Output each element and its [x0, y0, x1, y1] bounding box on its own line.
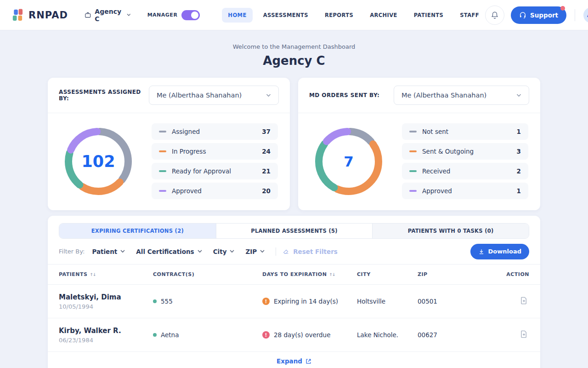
eraser-icon	[283, 248, 289, 255]
column-zip: ZIP	[418, 271, 473, 277]
md-orders-card: MD ORDERS SENT BY: Me (Alberthaa Shanaha…	[298, 78, 540, 210]
zip-cell: 00627	[418, 331, 473, 339]
legend-item: In Progress 24	[152, 143, 278, 160]
nav-home[interactable]: HOME	[222, 8, 252, 23]
patient-dob: 10/05/1994	[59, 303, 153, 310]
nav-assessments[interactable]: ASSESSMENTS	[257, 8, 314, 23]
column-city: CITY	[357, 271, 418, 277]
nav-archive[interactable]: ARCHIVE	[364, 8, 403, 23]
welcome-block: Welcome to the Management Dashboard Agen…	[0, 30, 588, 68]
table-tabs: EXPIRING CERTIFICATIONS (2) PLANNED ASSE…	[59, 223, 529, 239]
card-header: ASSESSMENTS ASSIGNED BY: Me (Alberthaa S…	[48, 78, 290, 113]
legend-swatch	[409, 131, 417, 132]
card-label: MD ORDERS SENT BY:	[309, 92, 379, 98]
top-bar: RNPAD Agency C MANAGER HOME ASSESSMENTS …	[0, 0, 588, 30]
welcome-subtitle: Welcome to the Management Dashboard	[0, 43, 588, 50]
main-nav: HOME ASSESSMENTS REPORTS ARCHIVE PATIENT…	[222, 8, 485, 23]
table-row: Maletskyi, Dima 10/05/1994 555 ! Expirin…	[48, 285, 540, 318]
zip-cell: 00501	[418, 298, 473, 305]
chevron-down-icon	[516, 94, 521, 97]
expand-link[interactable]: Expand	[48, 352, 540, 368]
rnpad-logo-icon	[12, 9, 24, 21]
notifications-button[interactable]	[485, 6, 504, 25]
card-label: ASSESSMENTS ASSIGNED BY:	[59, 89, 149, 102]
assessments-card: ASSESSMENTS ASSIGNED BY: Me (Alberthaa S…	[48, 78, 290, 210]
column-days-to-expiration[interactable]: DAYS TO EXPIRATION ↑↓	[262, 271, 357, 277]
filter-patient[interactable]: Patient	[92, 248, 125, 255]
assessments-donut-chart: 102	[62, 125, 135, 198]
legend-item: Not sent 1	[402, 123, 528, 140]
chevron-down-icon	[260, 250, 265, 253]
filter-zip[interactable]: ZIP	[245, 248, 265, 255]
reset-filters-label: Reset Filters	[293, 248, 338, 255]
add-document-button[interactable]	[519, 295, 529, 307]
download-button[interactable]: Download	[470, 244, 529, 259]
stat-cards-row: ASSESSMENTS ASSIGNED BY: Me (Alberthaa S…	[48, 78, 540, 210]
legend-item: Assigned 37	[152, 123, 278, 140]
legend: Not sent 1 Sent & Outgoing 3 Received 2	[402, 123, 528, 199]
chevron-down-icon	[266, 94, 271, 97]
patient-cell: Kirby, Walker R. 06/23/1984	[59, 327, 153, 344]
legend-swatch	[159, 190, 166, 192]
user-menu[interactable]: AS	[583, 7, 588, 23]
manager-toggle[interactable]	[181, 10, 200, 20]
download-icon	[478, 248, 485, 255]
filter-by-label: Filter By:	[59, 248, 85, 255]
contract-status-dot	[153, 299, 157, 303]
warning-icon: !	[262, 331, 270, 339]
manager-toggle-group: MANAGER	[147, 10, 200, 20]
patients-table-card: EXPIRING CERTIFICATIONS (2) PLANNED ASSE…	[48, 216, 540, 368]
city-cell: Holtsville	[357, 298, 418, 305]
briefcase-icon	[85, 11, 91, 19]
legend-swatch	[409, 190, 417, 192]
support-button[interactable]: Support	[511, 6, 566, 24]
contract-cell: 555	[153, 298, 262, 305]
filter-certifications[interactable]: All Certifications	[136, 248, 202, 255]
md-orders-donut-chart: 7	[312, 125, 385, 198]
city-cell: Lake Nichole.	[357, 331, 418, 339]
contract-status-dot	[153, 333, 157, 337]
legend-swatch	[409, 170, 417, 172]
file-plus-icon	[520, 296, 528, 305]
brand-name: RNPAD	[28, 10, 68, 21]
column-contracts: CONTRACT(S)	[153, 271, 262, 277]
tab-planned-assessments[interactable]: PLANNED ASSESSMENTS (5)	[216, 224, 373, 238]
add-document-button[interactable]	[519, 329, 529, 341]
tab-patients-zero-tasks[interactable]: PATIENTS WITH 0 TASKS (0)	[372, 224, 529, 238]
select-value: Me (Alberthaa Shanahan)	[401, 92, 486, 99]
assigned-by-select[interactable]: Me (Alberthaa Shanahan)	[149, 86, 279, 105]
divider	[575, 9, 575, 21]
brand-logo: RNPAD	[12, 9, 68, 21]
column-action: ACTION	[473, 271, 529, 277]
sort-icon: ↑↓	[90, 272, 96, 277]
card-body: 7 Not sent 1 Sent & Outgoing 3	[298, 113, 540, 210]
chevron-down-icon	[230, 250, 234, 253]
nav-patients[interactable]: PATIENTS	[408, 8, 449, 23]
legend-swatch	[159, 131, 166, 132]
bell-icon	[491, 11, 499, 19]
download-label: Download	[488, 248, 521, 255]
chevron-down-icon	[198, 250, 202, 253]
patient-dob: 06/23/1984	[59, 337, 153, 344]
card-header: MD ORDERS SENT BY: Me (Alberthaa Shanaha…	[298, 78, 540, 113]
topbar-right: Support AS	[485, 6, 588, 25]
nav-reports[interactable]: REPORTS	[319, 8, 359, 23]
legend-swatch	[409, 150, 417, 152]
patient-name: Kirby, Walker R.	[59, 327, 153, 335]
chevron-down-icon	[127, 13, 130, 17]
support-label: Support	[530, 12, 558, 19]
reset-filters-button[interactable]: Reset Filters	[283, 248, 338, 255]
legend-item: Received 2	[402, 163, 528, 179]
select-value: Me (Alberthaa Shanahan)	[157, 92, 242, 99]
agency-selector[interactable]: Agency C	[85, 8, 131, 23]
avatar: AS	[583, 7, 588, 23]
sent-by-select[interactable]: Me (Alberthaa Shanahan)	[394, 86, 529, 105]
support-notification-dot	[560, 6, 565, 11]
column-patients[interactable]: PATIENTS ↑↓	[59, 271, 153, 277]
nav-staff[interactable]: STAFF	[454, 8, 485, 23]
warning-icon: !	[262, 298, 270, 305]
divider	[276, 247, 276, 256]
tab-expiring-certifications[interactable]: EXPIRING CERTIFICATIONS (2)	[59, 224, 216, 238]
legend-item: Ready for Approval 21	[152, 163, 278, 179]
filter-city[interactable]: City	[213, 248, 235, 255]
